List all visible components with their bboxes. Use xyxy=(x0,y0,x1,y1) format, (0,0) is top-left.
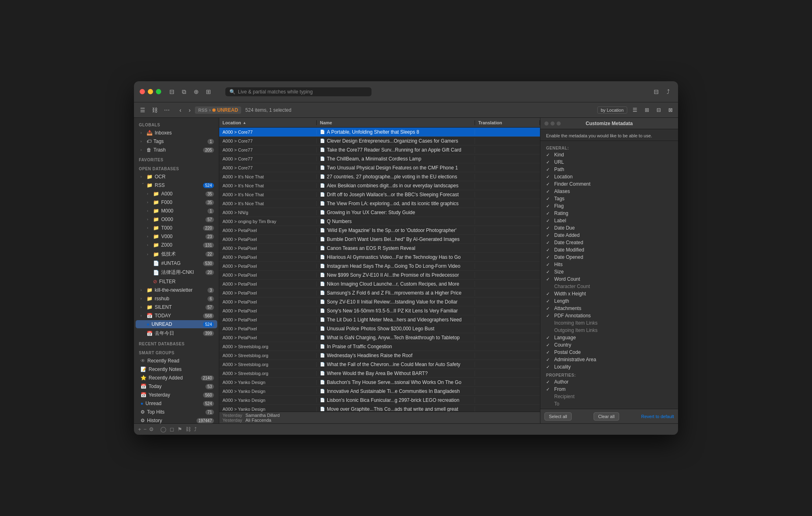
view-icons-btn[interactable]: ⊠ xyxy=(666,106,675,114)
sidebar-item-unread[interactable]: ● UNREAD 524 xyxy=(136,320,217,328)
link-view-btn[interactable]: ⛓ xyxy=(149,106,160,115)
meta-item-postal-code[interactable]: ✓ Postal Code xyxy=(540,349,678,356)
sidebar-item-yesterday[interactable]: 📅 Yesterday 560 xyxy=(136,391,217,399)
meta-item-character-count[interactable]: Character Count xyxy=(540,283,678,290)
layers-icon[interactable]: ⧉ xyxy=(180,88,188,96)
table-row[interactable]: A000 > Yanko Design 📄 Lisbon's Iconic Bi… xyxy=(219,396,540,405)
table-row[interactable]: A000 > Yanko Design 📄 Innovative And Sus… xyxy=(219,387,540,396)
sidebar-item-newsletter[interactable]: › 📁 kill-the-newsletter 3 xyxy=(136,286,217,294)
meta-item-tags[interactable]: ✓ Tags xyxy=(540,195,678,202)
sidebar-item-rsshub[interactable]: › 📁 rsshub 6 xyxy=(136,295,217,303)
meta-item-label[interactable]: ✓ Label xyxy=(540,217,678,224)
sidebar-item-filter[interactable]: ⊘ FILTER xyxy=(136,278,217,286)
meta-item-aliases[interactable]: ✓ Aliases xyxy=(540,188,678,195)
nav-forward-btn[interactable]: › xyxy=(186,106,194,115)
meta-item-finder-comment[interactable]: ✓ Finder Comment xyxy=(540,180,678,188)
share-action-icon[interactable]: ⤴ xyxy=(194,426,197,432)
table-row[interactable]: A000 > PetaPixel 📄 Instagram Head Says T… xyxy=(219,262,540,271)
table-row[interactable]: A000 > PetaPixel 📄 Nikon Imaging Cloud L… xyxy=(219,280,540,288)
fullscreen-button[interactable] xyxy=(156,89,161,94)
sidebar-item-top-hits[interactable]: ⚙ Top Hits 71 xyxy=(136,408,217,416)
sidebar-item-a000[interactable]: › 📁 A000 35 xyxy=(136,190,217,198)
view-columns-btn[interactable]: ⊟ xyxy=(654,106,663,114)
meta-prop-to[interactable]: To xyxy=(540,400,678,408)
meta-item-country[interactable]: ✓ Country xyxy=(540,341,678,349)
revert-button[interactable]: Revert to default xyxy=(641,414,674,419)
table-row[interactable]: A000 > PetaPixel 📄 Bumble Don't Want Use… xyxy=(219,235,540,244)
sidebar-item-trash[interactable]: › 🗑 Trash 205 xyxy=(136,146,217,154)
table-row[interactable]: A000 > Core77 📄 Take the Core77 Reader S… xyxy=(219,145,540,154)
table-row[interactable]: A000 > Streetsblog.org 📄 In Praise of Tr… xyxy=(219,342,540,351)
meta-item-date-due[interactable]: ✓ Date Due xyxy=(540,224,678,232)
table-row[interactable]: A000 > PetaPixel 📄 The Lit Duo 1 Light M… xyxy=(219,315,540,324)
rp-close[interactable] xyxy=(544,121,549,126)
sidebar-item-silent[interactable]: › 📁 SILENT 57 xyxy=(136,303,217,311)
sidebar-item-t000[interactable]: › 📁 T000 220 xyxy=(136,224,217,232)
list-view-btn[interactable]: ☰ xyxy=(137,106,148,115)
th-translation[interactable]: Translation xyxy=(475,120,540,125)
sidebar-item-lawdb[interactable]: 📄 法律适用-CNKI 20 xyxy=(136,268,217,277)
sidebar-item-tech[interactable]: › 📁 低技术 22 xyxy=(136,249,217,259)
sidebar-item-inboxes[interactable]: › 📥 Inboxes xyxy=(136,129,217,137)
table-row[interactable]: A000 > PetaPixel 📄 New $999 Sony ZV-E10 … xyxy=(219,271,540,280)
sidebar-item-today-smart[interactable]: 📅 Today 53 xyxy=(136,382,217,390)
stack-icon[interactable]: ⊕ xyxy=(192,88,200,96)
meta-item-date-added[interactable]: ✓ Date Added xyxy=(540,232,678,239)
sidebar-item-v000[interactable]: › 📁 V000 23 xyxy=(136,232,217,241)
meta-item-rating[interactable]: ✓ Rating xyxy=(540,210,678,217)
table-row[interactable]: A000 > Core77 📄 Clever Design Entreprene… xyxy=(219,137,540,145)
meta-prop-recipient[interactable]: Recipient xyxy=(540,393,678,400)
table-row[interactable]: A000 > It's Nice That 📄 Alex Besikian co… xyxy=(219,181,540,190)
tag-action-icon[interactable]: ◯ xyxy=(160,426,166,432)
meta-item-path[interactable]: ✓ Path xyxy=(540,166,678,173)
th-location[interactable]: Location ▲ xyxy=(219,120,317,125)
sidebar-item-history[interactable]: ⚙ History 197447 xyxy=(136,416,217,423)
sidebar-item-o000[interactable]: › 📁 O000 57 xyxy=(136,215,217,223)
meta-item-kind[interactable]: ✓ Kind xyxy=(540,151,678,158)
table-row[interactable]: A000 > PetaPixel 📄 Canon Teases an EOS R… xyxy=(219,244,540,253)
table-row[interactable]: A000 > Streetsblog.org 📄 What the Fall o… xyxy=(219,360,540,369)
table-row[interactable]: A000 > It's Nice That 📄 Drift off to Jos… xyxy=(219,190,540,199)
th-name[interactable]: Name xyxy=(317,120,475,125)
sidebar-item-ocr[interactable]: › 📁 OCR xyxy=(136,173,217,181)
sidebar-item-z000[interactable]: › 📁 Z000 131 xyxy=(136,241,217,249)
table-row[interactable]: A000 > PetaPixel 📄 Sony ZV-E10 II Initia… xyxy=(219,297,540,306)
table-row[interactable]: A000 > NN/g 📄 Growing in Your UX Career:… xyxy=(219,208,540,217)
minimize-button[interactable] xyxy=(148,89,153,94)
panel-toggle-icon[interactable]: ⊟ xyxy=(652,88,660,96)
sidebar-item-rss[interactable]: › 📁 RSS 524 xyxy=(136,181,217,189)
sidebar-item-today[interactable]: › 📅 TODAY 568 xyxy=(136,312,217,320)
link-action-icon[interactable]: ⛓ xyxy=(186,426,191,432)
meta-item-flag[interactable]: ✓ Flag xyxy=(540,202,678,210)
minus-icon[interactable]: − xyxy=(144,426,147,432)
meta-item-attachments[interactable]: ✓ Attachments xyxy=(540,305,678,312)
table-row[interactable]: A000 > PetaPixel 📄 Samsung's Z Fold 6 an… xyxy=(219,288,540,297)
sidebar-item-unread-smart[interactable]: ● Unread 524 xyxy=(136,399,217,408)
meta-item-length[interactable]: ✓ Length xyxy=(540,297,678,305)
sidebar-item-recently-added[interactable]: ⭐ Recently Added 2140 xyxy=(136,374,217,382)
meta-item-hits[interactable]: ✓ Hits xyxy=(540,261,678,268)
meta-item-incoming-item-links[interactable]: Incoming Item Links xyxy=(540,319,678,327)
flag-action-icon[interactable]: ⚑ xyxy=(177,426,182,432)
table-row[interactable]: A000 > Core77 📄 The ChillBeam, a Minimal… xyxy=(219,154,540,163)
add-icon[interactable]: + xyxy=(138,426,141,432)
meta-item-language[interactable]: ✓ Language xyxy=(540,334,678,341)
table-row[interactable]: A000 > PetaPixel 📄 'Wild Eye Magazine' I… xyxy=(219,226,540,235)
sidebar-item-m000[interactable]: › 📁 M000 1 xyxy=(136,207,217,215)
meta-item-administrative-area[interactable]: ✓ Administrative Area xyxy=(540,356,678,363)
close-button[interactable] xyxy=(140,89,145,94)
table-row[interactable]: A000 > It's Nice That 📄 The View From LA… xyxy=(219,199,540,208)
meta-item-url[interactable]: ✓ URL xyxy=(540,158,678,166)
meta-item-location[interactable]: ✓ Location xyxy=(540,173,678,180)
grid-icon[interactable]: ⊞ xyxy=(204,88,212,96)
table-row[interactable]: A000 > Core77 📄 Two Unusual Physical Des… xyxy=(219,163,540,172)
sort-button[interactable]: by Location xyxy=(597,106,627,114)
clear-all-button[interactable]: Clear all xyxy=(594,412,619,421)
meta-item-locality[interactable]: ✓ Locality xyxy=(540,363,678,371)
meta-item-date-modified[interactable]: ✓ Date Modified xyxy=(540,246,678,254)
table-row[interactable]: A000 > Core77 📄 A Portable, Unfolding Sh… xyxy=(219,128,540,137)
table-row[interactable]: A000 > PetaPixel 📄 Sony's New 16-50mm f/… xyxy=(219,306,540,315)
search-input-wrapper[interactable]: 🔍 Live & partial matches while typing xyxy=(225,87,371,96)
meta-item-word-count[interactable]: ✓ Word Count xyxy=(540,275,678,283)
table-row[interactable]: A000 > It's Nice That 📄 27 countries, 27… xyxy=(219,172,540,181)
